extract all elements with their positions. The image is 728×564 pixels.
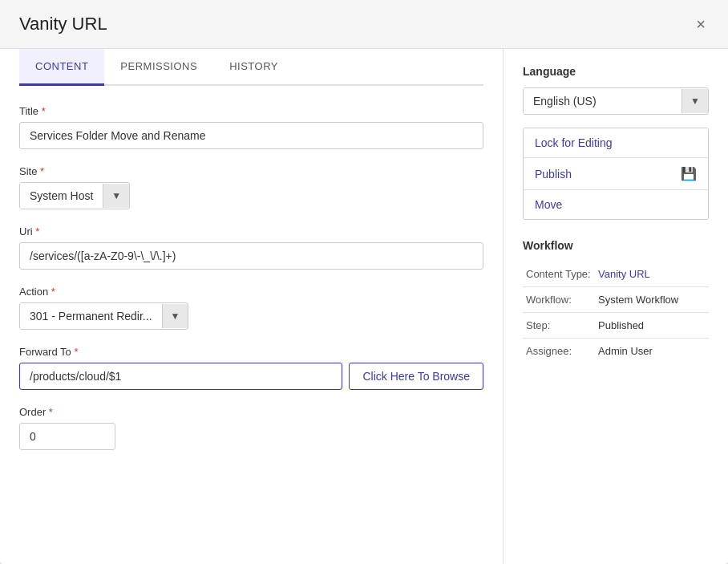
left-panel: CONTENT PERMISSIONS HISTORY Title * <box>0 49 504 564</box>
workflow-row-assignee: Assignee: Admin User <box>523 339 709 364</box>
workflow-table: Content Type: Vanity URL Workflow: Syste… <box>523 262 709 363</box>
lock-for-editing-button[interactable]: Lock for Editing <box>524 128 708 158</box>
site-select[interactable]: System Host ▼ <box>19 182 130 209</box>
workflow-row-workflow: Workflow: System Workflow <box>523 287 709 313</box>
tab-permissions[interactable]: PERMISSIONS <box>104 49 213 86</box>
forward-to-label: Forward To * <box>19 346 483 358</box>
workflow-row-step: Step: Published <box>523 313 709 339</box>
tab-content[interactable]: CONTENT <box>19 49 104 86</box>
title-field-group: Title * <box>19 105 483 149</box>
site-field-group: Site * System Host ▼ <box>19 165 483 209</box>
right-panel: Language English (US) ▼ Lock for Editing… <box>504 49 728 564</box>
browse-button[interactable]: Click Here To Browse <box>349 363 483 390</box>
uri-input[interactable] <box>19 242 483 270</box>
modal-header: Vanity URL × <box>0 0 728 49</box>
order-input[interactable] <box>19 423 115 450</box>
workflow-row-content-type: Content Type: Vanity URL <box>523 262 709 287</box>
forward-to-field-group: Forward To * Click Here To Browse <box>19 346 483 390</box>
language-section-title: Language <box>523 65 709 78</box>
tabs-container: CONTENT PERMISSIONS HISTORY <box>19 49 483 86</box>
content-type-link[interactable]: Vanity URL <box>598 268 650 280</box>
save-icon: 💾 <box>681 166 697 181</box>
workflow-value-content-type: Vanity URL <box>595 262 709 287</box>
workflow-title: Workflow <box>523 239 709 252</box>
action-select-arrow[interactable]: ▼ <box>162 304 188 328</box>
language-select[interactable]: English (US) ▼ <box>523 87 709 115</box>
language-select-value: English (US) <box>524 88 681 114</box>
modal: Vanity URL × CONTENT PERMISSIONS HISTORY <box>0 0 728 564</box>
site-select-arrow[interactable]: ▼ <box>103 184 129 208</box>
close-button[interactable]: × <box>693 13 709 35</box>
workflow-key-assignee: Assignee: <box>523 339 595 364</box>
action-field-group: Action * 301 - Permanent Redir... ▼ <box>19 286 483 330</box>
publish-button[interactable]: Publish 💾 <box>524 158 708 190</box>
workflow-key-content-type: Content Type: <box>523 262 595 287</box>
uri-label: Uri * <box>19 225 483 237</box>
title-input[interactable] <box>19 122 483 149</box>
tab-history[interactable]: HISTORY <box>213 49 294 86</box>
action-select-value: 301 - Permanent Redir... <box>20 303 162 329</box>
workflow-key-workflow: Workflow: <box>523 287 595 313</box>
move-button[interactable]: Move <box>524 190 708 219</box>
uri-field-group: Uri * <box>19 225 483 270</box>
workflow-value-workflow: System Workflow <box>595 287 709 313</box>
language-select-arrow[interactable]: ▼ <box>681 89 708 113</box>
forward-to-input[interactable] <box>19 363 342 390</box>
site-label: Site * <box>19 165 483 177</box>
order-field-group: Order * <box>19 406 483 450</box>
modal-body: CONTENT PERMISSIONS HISTORY Title * <box>0 49 728 564</box>
workflow-value-assignee: Admin User <box>595 339 709 364</box>
forward-to-row: Click Here To Browse <box>19 363 483 390</box>
action-label: Action * <box>19 286 483 298</box>
order-label: Order * <box>19 406 483 418</box>
action-list: Lock for Editing Publish 💾 Move <box>523 128 709 220</box>
action-select[interactable]: 301 - Permanent Redir... ▼ <box>19 302 188 330</box>
modal-title: Vanity URL <box>19 14 107 34</box>
site-select-value: System Host <box>20 183 103 209</box>
workflow-key-step: Step: <box>523 313 595 339</box>
workflow-value-step: Published <box>595 313 709 339</box>
title-label: Title * <box>19 105 483 117</box>
